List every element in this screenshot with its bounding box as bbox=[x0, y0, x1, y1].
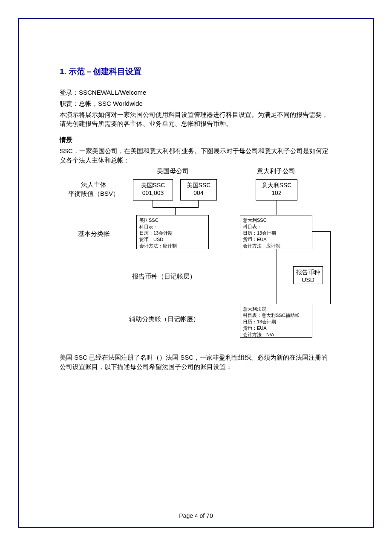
col-header-it: 意大利子公司 bbox=[251, 167, 302, 175]
box-report-currency: 报告币种 USD bbox=[293, 266, 323, 284]
box-us-ssc-2-l2: 004 bbox=[193, 189, 203, 196]
page-footer: Page 4 of 70 bbox=[19, 512, 373, 519]
sec-l4: 货币：EUA bbox=[243, 325, 267, 331]
box-us-ssc-1: 美国SSC 001,003 bbox=[133, 179, 173, 200]
box-it-ssc-l1: 意大利SSC bbox=[262, 182, 292, 189]
col-header-us: 美国母公司 bbox=[151, 167, 194, 175]
us-ledger-l2: 科目表： bbox=[139, 224, 158, 229]
us-ledger-l1: 美国SSC bbox=[139, 218, 159, 223]
box-it-secondary: 意大利法定 科目表：意大利SSC辅助帐 日历：13会计期 货币：EUA 会计方法… bbox=[240, 304, 312, 338]
intro-paragraph: 本演示将展示如何对一家法国公司使用科目设置管理器进行科目设置。为满足不同的报告需… bbox=[60, 110, 332, 129]
connector bbox=[277, 249, 277, 304]
section-heading: 1. 示范－创建科目设置 bbox=[60, 66, 332, 77]
org-diagram: 美国母公司 意大利子公司 法人主体 平衡段值（BSV） 美国SSC 001,00… bbox=[60, 167, 332, 349]
us-ledger-l4: 货币：USD bbox=[139, 237, 163, 242]
box-it-ssc-l2: 102 bbox=[271, 189, 281, 196]
box-us-ssc-2: 美国SSC 004 bbox=[180, 179, 217, 200]
row-label-primary: 基本分类帐 bbox=[60, 229, 128, 238]
connector bbox=[175, 207, 176, 215]
row-label-entity-l1: 法人主体 bbox=[81, 181, 107, 188]
us-ledger-l3: 日历：13会计期 bbox=[139, 230, 173, 235]
it-ledger-l3: 日历：13会计期 bbox=[243, 230, 276, 235]
connector bbox=[330, 231, 331, 304]
us-ledger-l5: 会计方法：应计制 bbox=[139, 243, 177, 248]
connector bbox=[198, 200, 199, 207]
box-us-ledger: 美国SSC 科目表： 日历：13会计期 货币：USD 会计方法：应计制 bbox=[136, 215, 209, 249]
scenario-text: SSC，一家美国公司，在美国和意大利都有业务。下图展示对于母公司和意大利子公司是… bbox=[60, 146, 332, 165]
rc-l1: 报告币种 bbox=[296, 269, 320, 276]
rc-l2: USD bbox=[302, 276, 314, 283]
connector bbox=[323, 274, 330, 274]
box-us-ssc-1-l2: 001,003 bbox=[142, 189, 164, 196]
it-ledger-l2: 科目表： bbox=[243, 224, 262, 229]
sec-l3: 日历：13会计期 bbox=[243, 319, 276, 324]
row-label-secondary: 辅助分类帐（日记帐层） bbox=[115, 314, 213, 323]
connector bbox=[312, 231, 330, 232]
connector bbox=[312, 304, 330, 304]
box-it-ledger: 意大利SSC 科目表： 日历：13会计期 货币：EUA 会计方法：应计制 bbox=[240, 215, 312, 249]
scenario-label: 情景 bbox=[60, 135, 332, 145]
sec-l1: 意大利法定 bbox=[243, 306, 266, 311]
box-us-ssc-2-l1: 美国SSC bbox=[187, 182, 211, 189]
row-label-report-currency: 报告币种（日记帐层） bbox=[115, 272, 213, 281]
row-label-entity: 法人主体 平衡段值（BSV） bbox=[60, 180, 128, 198]
role-line: 职责：总帐，SSC Worldwide bbox=[60, 99, 332, 108]
it-ledger-l5: 会计方法：应计制 bbox=[243, 243, 280, 248]
sec-l2: 科目表：意大利SSC辅助帐 bbox=[243, 313, 300, 318]
box-us-ssc-1-l1: 美国SSC bbox=[141, 182, 165, 189]
connector bbox=[153, 207, 199, 208]
box-it-ssc: 意大利SSC 102 bbox=[256, 179, 297, 200]
login-line: 登录：SSCNEWALL/Welcome bbox=[60, 88, 332, 97]
connector bbox=[277, 200, 277, 215]
it-ledger-l1: 意大利SSC bbox=[243, 218, 267, 223]
row-label-entity-l2: 平衡段值（BSV） bbox=[68, 190, 119, 197]
sec-l5: 会计方法：N/A bbox=[243, 332, 274, 337]
closing-paragraph: 美国 SSC 已经在法国注册了名叫（）法国 SSC，一家非盈利性组织。必须为新的… bbox=[60, 353, 332, 372]
it-ledger-l4: 货币：EUA bbox=[243, 237, 267, 242]
connector bbox=[153, 200, 153, 207]
